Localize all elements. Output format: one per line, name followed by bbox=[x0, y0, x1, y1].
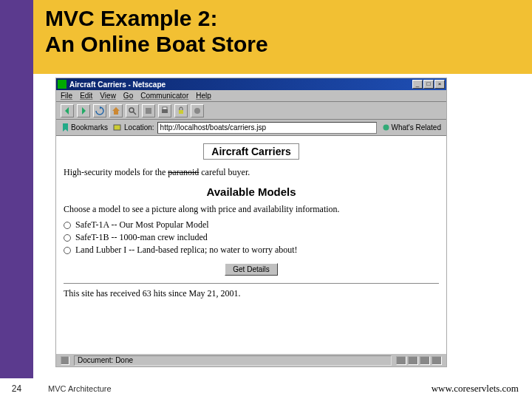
status-tray bbox=[396, 356, 442, 365]
intro-before: High-security models for the bbox=[64, 167, 168, 177]
svg-rect-2 bbox=[146, 108, 151, 114]
svg-point-8 bbox=[383, 125, 389, 131]
status-text: Document: Done bbox=[74, 355, 392, 366]
status-icon bbox=[61, 356, 69, 365]
svg-rect-5 bbox=[179, 110, 183, 114]
svg-rect-4 bbox=[163, 107, 167, 109]
hits-text: This site has received 63 hits since May… bbox=[64, 288, 439, 299]
model-radio-list: SafeT-1A -- Our Most Popular Model SafeT… bbox=[64, 219, 439, 256]
bookmarks-label: Bookmarks bbox=[71, 123, 108, 132]
slide-title-bar: MVC Example 2: An Online Boat Store bbox=[33, 0, 532, 74]
page-heading-box: Aircraft Carriers bbox=[64, 143, 439, 160]
window-buttons: _ □ × bbox=[412, 80, 445, 89]
svg-line-1 bbox=[133, 112, 136, 115]
menu-go[interactable]: Go bbox=[123, 92, 133, 100]
submit-row: Get Details bbox=[64, 263, 439, 276]
model-label: Land Lubber I -- Land-based replica; no … bbox=[75, 245, 298, 256]
model-label: SafeT-1B -- 1000-man crew included bbox=[75, 232, 208, 243]
menu-file[interactable]: File bbox=[61, 92, 72, 100]
close-button[interactable]: × bbox=[434, 80, 445, 89]
window-titlebar: Aircraft Carriers - Netscape _ □ × bbox=[56, 78, 446, 90]
browser-window: Aircraft Carriers - Netscape _ □ × File … bbox=[55, 78, 447, 367]
svg-rect-3 bbox=[162, 109, 168, 113]
intro-after: careful buyer. bbox=[199, 167, 250, 177]
related-label: What's Related bbox=[392, 123, 442, 132]
left-accent-stripe bbox=[0, 0, 33, 399]
home-button[interactable] bbox=[109, 104, 123, 117]
footer-right: www.coreservlets.com bbox=[432, 383, 532, 395]
guide-button[interactable] bbox=[142, 104, 155, 117]
radio-icon bbox=[64, 234, 71, 242]
toolbar bbox=[56, 102, 446, 120]
location-label: Location: bbox=[124, 123, 154, 132]
model-option[interactable]: SafeT-1A -- Our Most Popular Model bbox=[64, 219, 439, 231]
model-option[interactable]: Land Lubber I -- Land-based replica; no … bbox=[64, 245, 439, 256]
security-button[interactable] bbox=[174, 104, 188, 117]
tray-icon bbox=[396, 356, 406, 365]
reload-button[interactable] bbox=[93, 104, 106, 117]
related-icon bbox=[382, 123, 390, 132]
menu-edit[interactable]: Edit bbox=[80, 92, 92, 100]
radio-icon bbox=[64, 247, 71, 254]
slide-footer: 24 MVC Architecture www.coreservlets.com bbox=[0, 378, 532, 399]
back-button[interactable] bbox=[61, 104, 74, 117]
slide-title: MVC Example 2: An Online Boat Store bbox=[45, 6, 520, 57]
menu-help[interactable]: Help bbox=[196, 92, 211, 100]
model-label: SafeT-1A -- Our Most Popular Model bbox=[75, 219, 209, 231]
netscape-icon bbox=[58, 80, 66, 89]
location-icon bbox=[113, 123, 121, 132]
subheading: Available Models bbox=[64, 185, 439, 198]
get-details-button[interactable]: Get Details bbox=[225, 263, 277, 276]
slide-title-line2: An Online Boat Store bbox=[45, 32, 268, 56]
whats-related-button[interactable]: What's Related bbox=[380, 123, 444, 132]
page-heading: Aircraft Carriers bbox=[203, 143, 299, 160]
location-input[interactable]: http://localhost/boats/carriers.jsp bbox=[157, 122, 377, 134]
svg-point-6 bbox=[194, 108, 200, 114]
page-content: Aircraft Carriers High-security models f… bbox=[56, 136, 446, 353]
forward-button[interactable] bbox=[77, 104, 90, 117]
bookmark-icon bbox=[61, 123, 69, 132]
maximize-button[interactable]: □ bbox=[423, 80, 434, 89]
search-button[interactable] bbox=[126, 104, 139, 117]
radio-icon bbox=[64, 222, 71, 229]
menu-communicator[interactable]: Communicator bbox=[140, 92, 188, 100]
tray-icon bbox=[432, 356, 442, 365]
divider bbox=[64, 283, 439, 284]
slide-title-line1: MVC Example 2: bbox=[45, 6, 217, 30]
print-button[interactable] bbox=[158, 104, 171, 117]
model-option[interactable]: SafeT-1B -- 1000-man crew included bbox=[64, 232, 439, 243]
tray-icon bbox=[420, 356, 430, 365]
footer-left: MVC Architecture bbox=[33, 384, 432, 393]
slide-number: 24 bbox=[0, 378, 33, 399]
location-bar: Bookmarks Location: http://localhost/boa… bbox=[56, 120, 446, 136]
svg-rect-7 bbox=[114, 125, 120, 130]
menu-bar: File Edit View Go Communicator Help bbox=[56, 90, 446, 102]
window-title: Aircraft Carriers - Netscape bbox=[69, 81, 412, 89]
tray-icon bbox=[408, 356, 418, 365]
status-bar: Document: Done bbox=[56, 353, 446, 366]
menu-view[interactable]: View bbox=[100, 92, 116, 100]
intro-strike: paranoid bbox=[168, 167, 199, 177]
stop-button[interactable] bbox=[191, 104, 204, 117]
intro-text: High-security models for the paranoid ca… bbox=[64, 167, 439, 178]
bookmarks-button[interactable]: Bookmarks bbox=[59, 123, 110, 132]
minimize-button[interactable]: _ bbox=[412, 80, 423, 89]
choose-text: Choose a model to see a picture along wi… bbox=[64, 204, 439, 215]
